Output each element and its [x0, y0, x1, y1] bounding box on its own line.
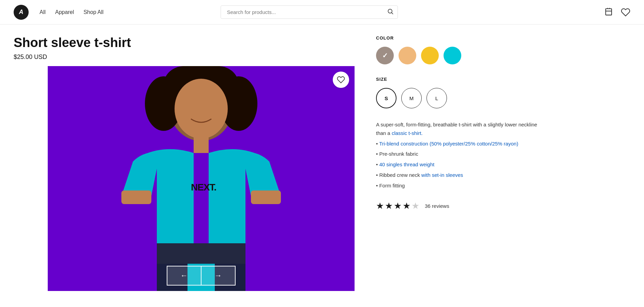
next-image-button[interactable]: →: [201, 266, 235, 285]
header: A All Apparel Shop All: [0, 0, 644, 25]
star-4: ★: [403, 201, 410, 211]
cart-icon: [604, 7, 614, 17]
svg-point-11: [175, 79, 228, 139]
left-panel: Short sleeve t-shirt $25.00 USD: [0, 25, 360, 307]
star-2: ★: [385, 201, 393, 211]
color-label: COLOR: [376, 35, 628, 41]
svg-rect-15: [251, 190, 281, 204]
bullet-1: • Tri-blend construction (50% polyester/…: [376, 140, 540, 148]
size-label: SIZE: [376, 77, 628, 82]
star-3: ★: [394, 201, 402, 211]
main-content: Short sleeve t-shirt $25.00 USD: [0, 25, 644, 307]
nav-all[interactable]: All: [40, 9, 46, 15]
star-5: ★: [411, 201, 419, 211]
size-options: S M L: [376, 88, 628, 108]
header-right: [604, 7, 630, 17]
search-bar: [221, 5, 398, 19]
image-nav-arrows: ← →: [167, 266, 236, 286]
heart-overlay-icon: [337, 76, 345, 84]
color-swatches: [376, 47, 628, 64]
prev-image-button[interactable]: ←: [167, 266, 201, 285]
svg-rect-12: [194, 134, 209, 153]
logo-letter: A: [19, 9, 24, 16]
logo: A: [14, 5, 29, 20]
size-btn-l[interactable]: L: [426, 88, 447, 108]
product-image-area: NEXT. ← →: [48, 66, 355, 291]
svg-point-0: [388, 9, 392, 13]
model-svg: NEXT.: [48, 66, 355, 291]
color-swatch-peach[interactable]: [399, 47, 416, 64]
star-1: ★: [376, 201, 384, 211]
wishlist-header-button[interactable]: [621, 7, 630, 17]
bullet-2: • Pre-shrunk fabric: [376, 150, 540, 158]
svg-rect-14: [121, 190, 151, 204]
review-count: 36 reviews: [425, 203, 449, 209]
size-btn-s[interactable]: S: [376, 88, 396, 108]
svg-rect-2: [605, 9, 612, 15]
size-btn-m[interactable]: M: [401, 88, 422, 108]
description-intro: A super-soft, form-fitting, breathable t…: [376, 122, 537, 136]
wishlist-overlay-button[interactable]: [333, 72, 349, 88]
svg-text:NEXT.: NEXT.: [191, 182, 216, 193]
heart-icon: [621, 7, 630, 17]
product-price: $25.00 USD: [14, 53, 346, 61]
main-nav: All Apparel Shop All: [40, 9, 104, 15]
nav-shop-all[interactable]: Shop All: [84, 9, 104, 15]
color-swatch-yellow[interactable]: [421, 47, 439, 64]
search-icon: [387, 8, 394, 15]
star-rating: ★ ★ ★ ★ ★: [376, 201, 419, 211]
svg-line-1: [392, 13, 393, 14]
bullet-4: • Ribbed crew neck with set-in sleeves: [376, 171, 540, 180]
bullet-3: • 40 singles thread weight: [376, 160, 540, 169]
search-input[interactable]: [221, 5, 398, 19]
color-swatch-gray[interactable]: [376, 47, 394, 64]
reviews-section: ★ ★ ★ ★ ★ 36 reviews: [376, 201, 628, 211]
color-swatch-cyan[interactable]: [444, 47, 461, 64]
nav-apparel[interactable]: Apparel: [55, 9, 74, 15]
search-button[interactable]: [387, 8, 394, 16]
right-panel: COLOR SIZE S M L A super-soft, form-fitt…: [360, 25, 644, 307]
product-title: Short sleeve t-shirt: [14, 35, 346, 50]
product-title-area: Short sleeve t-shirt $25.00 USD: [0, 25, 360, 66]
svg-rect-18: [157, 243, 245, 264]
product-description: A super-soft, form-fitting, breathable t…: [376, 121, 540, 190]
cart-button[interactable]: [604, 7, 614, 17]
product-image: NEXT.: [48, 66, 355, 291]
bullet-5: • Form fitting: [376, 182, 540, 190]
